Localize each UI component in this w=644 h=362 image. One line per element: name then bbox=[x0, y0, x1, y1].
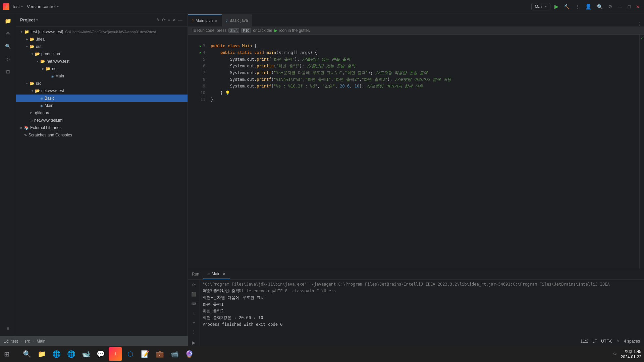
taskbar-chrome[interactable]: 🌐 bbox=[50, 347, 63, 361]
taskbar-explorer[interactable]: 📁 bbox=[35, 347, 48, 361]
collapse-button[interactable]: ≡ bbox=[167, 16, 171, 23]
tree-src-main[interactable]: ▶ ◉ Main bbox=[16, 102, 187, 109]
line-num-9: 9 bbox=[191, 83, 205, 89]
tab-basic-java[interactable]: J Basic.java bbox=[222, 14, 252, 26]
close-panel-button[interactable]: ✕ bbox=[171, 16, 177, 23]
tree-idea[interactable]: ▶ 📂 .idea bbox=[16, 36, 187, 43]
tree-root[interactable]: ▾ 📁 test [net.www.test] C:\Users\wkdwl\O… bbox=[16, 28, 187, 36]
tree-out-main[interactable]: ▶ ◉ Main bbox=[16, 72, 187, 80]
code-line-6: System.out.println("화면 출력"); //줄넘김 있는 콘솔… bbox=[211, 63, 637, 69]
basic-java-tab-label: Basic.java bbox=[229, 18, 248, 23]
bottom-tab-main-label: Main bbox=[212, 272, 220, 276]
status-main-label[interactable]: Main bbox=[37, 339, 45, 344]
status-test-label[interactable]: test bbox=[11, 339, 18, 344]
taskbar-unknown[interactable]: 🔮 bbox=[182, 347, 196, 361]
tree-out[interactable]: ▾ 📂 out bbox=[16, 43, 187, 50]
tree-iml[interactable]: ▶ ▭ net.www.test.iml bbox=[16, 117, 187, 124]
editor-tab-actions: ⋮ bbox=[637, 22, 644, 26]
run-input-button[interactable]: ⌨ bbox=[190, 300, 198, 308]
status-src-label[interactable]: src bbox=[24, 339, 30, 344]
activity-commit[interactable]: ⊕ bbox=[2, 27, 14, 40]
tree-production[interactable]: ▾ 📂 production bbox=[16, 50, 187, 58]
run-restart-button[interactable]: ⟳ bbox=[190, 281, 198, 289]
editor-tabs: J Main.java ✕ J Basic.java ⋮ bbox=[188, 13, 644, 27]
main-java-tab-close[interactable]: ✕ bbox=[215, 19, 217, 23]
status-line-ending[interactable]: LF bbox=[592, 339, 597, 344]
bottom-tab-run-label: Run bbox=[192, 272, 199, 277]
taskbar-kakaotalk[interactable]: 💬 bbox=[94, 347, 107, 361]
activity-folder[interactable]: 📁 bbox=[2, 15, 14, 27]
bottom-main-tab-close[interactable]: ✕ bbox=[222, 272, 226, 276]
taskbar-zoom[interactable]: 📹 bbox=[168, 347, 181, 361]
tree-external-libs[interactable]: ▶ 📚 External Libraries bbox=[16, 124, 187, 131]
status-position[interactable]: 11:2 bbox=[581, 339, 588, 344]
tree-out-net-sub[interactable]: ▶ 📂 net bbox=[16, 65, 187, 72]
more-options-button[interactable]: ⋮ bbox=[574, 3, 581, 11]
run-gutter-4[interactable]: ▶ bbox=[200, 49, 201, 56]
gitignore-icon: ⊘ bbox=[30, 111, 33, 115]
src-net-arrow: ▾ bbox=[30, 89, 35, 93]
run-sidebar-icon[interactable]: ▶ bbox=[190, 339, 198, 347]
new-scratch-button[interactable]: ✎ bbox=[155, 16, 161, 23]
run-scroll-end-button[interactable]: ⤓ bbox=[190, 309, 198, 317]
tree-scratches[interactable]: ▶ ✎ Scratches and Consoles bbox=[16, 131, 187, 139]
activity-run-debug[interactable]: ▷ bbox=[2, 53, 14, 65]
taskbar-slack[interactable]: 💼 bbox=[153, 347, 166, 361]
run-gutter-3[interactable]: ▶ bbox=[200, 43, 201, 49]
close-button[interactable]: ✕ bbox=[635, 3, 641, 11]
tree-src[interactable]: ▾ 📂 src bbox=[16, 80, 187, 87]
code-line-8: System.out.printf("%s\n%s\n%s","화면 출력1",… bbox=[211, 76, 637, 83]
taskbar-windows-button[interactable]: ⊞ bbox=[0, 347, 13, 361]
taskbar-whale[interactable]: 🐋 bbox=[79, 347, 93, 361]
tree-src-net[interactable]: ▾ 📂 net.www.test bbox=[16, 87, 187, 95]
taskbar-search[interactable]: 🔍 bbox=[20, 347, 34, 361]
out-net-sub-label: net bbox=[52, 66, 58, 71]
tree-out-net[interactable]: ▾ 📂 net.www.test bbox=[16, 58, 187, 65]
activity-search[interactable]: 🔍 bbox=[2, 40, 14, 52]
line-num-3: ▶ 3 bbox=[191, 43, 205, 49]
code-line-5: System.out.print("화면 출력"); //줄넘김 없는 콘솔 출… bbox=[211, 56, 637, 63]
profile-button[interactable]: 👤 bbox=[584, 2, 593, 11]
tab-more-icon[interactable]: ⋮ bbox=[637, 22, 641, 26]
minimize-panel-button[interactable]: — bbox=[177, 16, 183, 23]
taskbar-edge[interactable]: 🌐 bbox=[64, 347, 78, 361]
status-sep-2: › bbox=[33, 339, 34, 344]
src-icon: 📂 bbox=[30, 81, 35, 86]
status-indent[interactable]: 4 spaces bbox=[624, 339, 640, 344]
run-button[interactable]: ▶ bbox=[553, 2, 560, 11]
run-wrap-button[interactable]: ↵ bbox=[190, 318, 198, 326]
taskbar-notes[interactable]: 📝 bbox=[138, 347, 152, 361]
output-line-2: 화면+문자열 다음에 무조건 표시 bbox=[203, 294, 641, 301]
activity-bottom[interactable]: ≡ bbox=[2, 322, 14, 335]
bottom-tab-main[interactable]: ▭ Main ✕ bbox=[203, 269, 230, 279]
maximize-button[interactable]: □ bbox=[627, 3, 632, 11]
minimize-button[interactable]: — bbox=[616, 3, 624, 11]
status-encoding[interactable]: UTF-8 bbox=[601, 339, 612, 344]
taskbar-vscode[interactable]: ⬡ bbox=[123, 347, 137, 361]
tab-main-java[interactable]: J Main.java ✕ bbox=[188, 14, 222, 26]
run-stop-button[interactable]: ⬛ bbox=[190, 290, 198, 298]
src-net-label: net.www.test bbox=[41, 88, 64, 93]
code-line-11: } bbox=[211, 96, 637, 103]
code-area[interactable]: public class Main { public static void m… bbox=[208, 35, 639, 269]
out-net-sub-icon: 📂 bbox=[46, 66, 51, 71]
status-right: 11:2 LF UTF-8 ✎ 4 spaces bbox=[581, 339, 640, 344]
taskbar-intellij[interactable]: I bbox=[109, 347, 122, 361]
run-config-button[interactable]: Main ▾ bbox=[531, 3, 550, 10]
search-button[interactable]: 🔍 bbox=[596, 3, 604, 11]
main-layout: 📁 ⊕ 🔍 ▷ ⊞ ≡ Project ▾ ✎ ⟳ ≡ ✕ — ▾ 📁 test… bbox=[0, 13, 644, 336]
settings-button[interactable]: ⚙ bbox=[607, 3, 614, 11]
tray-icon-1: ⚙ bbox=[613, 352, 617, 356]
run-more-button[interactable]: ⋮ bbox=[190, 328, 198, 336]
version-control-label[interactable]: Version control bbox=[27, 4, 56, 9]
lightbulb-icon[interactable]: 💡 bbox=[225, 90, 230, 95]
activity-plugins[interactable]: ⊞ bbox=[2, 66, 14, 78]
run-config-chevron: ▾ bbox=[545, 5, 547, 8]
tree-basic[interactable]: ▶ ◉ Basic bbox=[16, 95, 187, 102]
sync-button[interactable]: ⟳ bbox=[161, 16, 167, 23]
tree-gitignore[interactable]: ▶ ⊘ .gitignore bbox=[16, 109, 187, 117]
build-button[interactable]: 🔨 bbox=[562, 3, 571, 11]
src-arrow: ▾ bbox=[24, 82, 30, 85]
bottom-tab-run[interactable]: Run bbox=[188, 269, 203, 279]
status-edit-icon: ✎ bbox=[616, 339, 620, 344]
